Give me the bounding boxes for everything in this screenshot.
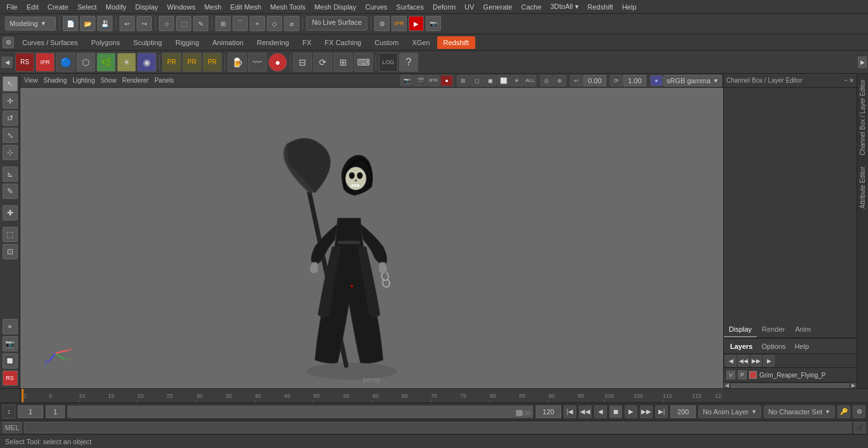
vp-isolate-icon[interactable]: ◎ (540, 75, 553, 86)
vp-renderer-menu[interactable]: Renderer (119, 76, 151, 85)
mel-input[interactable] (24, 422, 851, 433)
shelf-rs-btn7[interactable]: ◉ (137, 53, 156, 72)
shelf-rs-btn1[interactable]: RS (15, 53, 34, 72)
time-ruler[interactable]: // Will be rendered via inline labels be… (20, 389, 723, 403)
gamma-dropdown[interactable]: sRGB gamma ▼ (663, 75, 722, 86)
vp-film-icon[interactable]: 🎬 (414, 75, 426, 86)
vp-all-icon[interactable]: ALL (524, 75, 536, 86)
step-back-btn[interactable]: ◀◀ (579, 405, 592, 418)
anim-settings-btn[interactable]: ⚙ (853, 405, 865, 418)
tab-xgen[interactable]: XGen (405, 36, 436, 49)
menu-modify[interactable]: Modify (102, 2, 130, 12)
ipr-btn[interactable]: IPR (391, 16, 407, 31)
shelf-rs-btn9[interactable]: PR (182, 53, 201, 72)
redo-btn[interactable]: ↪ (137, 16, 152, 31)
tab-layers[interactable]: Layers (726, 341, 756, 351)
menu-help[interactable]: Help (618, 2, 641, 12)
tab-sculpting[interactable]: Sculpting (127, 36, 168, 49)
scroll-thumb[interactable] (731, 383, 850, 388)
menu-select[interactable]: Select (74, 2, 101, 12)
snap-curve-btn[interactable]: ⌒ (233, 16, 248, 31)
shelf-settings-icon[interactable]: ⚙ (3, 37, 14, 48)
tab-rigging[interactable]: Rigging (169, 36, 205, 49)
open-file-btn[interactable]: 📂 (80, 16, 95, 31)
vp-grid-icon[interactable]: ⊞ (457, 75, 470, 86)
lasso-select-left[interactable]: ⊡ (3, 244, 18, 259)
tab-options[interactable]: Options (757, 341, 789, 351)
frame-start-input[interactable] (46, 405, 65, 418)
vp-lighting-menu[interactable]: Lighting (70, 76, 97, 85)
shelf-help-btn[interactable]: ? (399, 53, 418, 72)
soft-select-left[interactable]: ⊾ (3, 166, 18, 182)
mel-label-btn[interactable]: MEL (3, 422, 22, 433)
layer-color-box[interactable] (749, 371, 757, 379)
layer-next-btn[interactable]: ▶ (763, 355, 775, 367)
menu-create[interactable]: Create (44, 2, 72, 12)
scale-tool-left[interactable]: ⤡ (3, 128, 18, 143)
side-tab-attribute-editor[interactable]: Attribute Editor (858, 161, 867, 214)
vp-color-icon[interactable]: ● (650, 75, 663, 86)
tab-rendering[interactable]: Rendering (250, 36, 295, 49)
menu-cache[interactable]: Cache (517, 2, 545, 12)
menu-mesh-tools[interactable]: Mesh Tools (266, 2, 309, 12)
shelf-rs-btn5[interactable]: 🌿 (97, 53, 116, 72)
side-tab-channel-box[interactable]: Channel Box / Layer Editor (858, 74, 867, 161)
layer-prev2-btn[interactable]: ◀◀ (738, 355, 749, 367)
render-settings-btn[interactable]: ⚙ (374, 16, 390, 31)
no-char-set-btn[interactable]: No Character Set ▼ (764, 405, 835, 418)
menu-edit-mesh[interactable]: Edit Mesh (226, 2, 265, 12)
vp-undo-cam[interactable]: ↩ (570, 75, 583, 86)
tab-fx-caching[interactable]: FX Caching (318, 36, 367, 49)
panel-close-btn[interactable]: ✕ (849, 77, 854, 84)
rotate-tool-left[interactable]: ↺ (3, 111, 18, 126)
layer-p-btn[interactable]: P (738, 370, 747, 379)
shelf-rs-btn11[interactable]: 🍺 (227, 53, 247, 72)
menu-deform[interactable]: Deform (429, 2, 459, 12)
camera-value-input[interactable] (583, 75, 606, 86)
shelf-rs-btn16[interactable]: ⊞ (334, 53, 353, 72)
range-start-input[interactable] (536, 405, 561, 418)
vp-texture-icon[interactable]: ⬜ (497, 75, 510, 86)
menu-surfaces[interactable]: Surfaces (393, 2, 428, 12)
select-tool-btn[interactable]: ⊹ (159, 16, 174, 31)
snapshot-btn[interactable]: 📷 (426, 16, 441, 31)
current-frame-input[interactable] (18, 405, 43, 418)
tab-redshift[interactable]: Redshift (437, 36, 475, 49)
shelf-rs-btn12[interactable]: 〰 (248, 53, 267, 72)
vp-xray-icon[interactable]: ⊕ (553, 75, 566, 86)
vp-view-menu[interactable]: View (22, 76, 41, 85)
render-btn[interactable]: ▶ (409, 16, 424, 31)
tab-render[interactable]: Render (757, 323, 790, 337)
tab-animation[interactable]: Animation (206, 36, 250, 49)
magnet-btn[interactable]: ⌀ (284, 16, 299, 31)
mel-expand-btn[interactable]: ⬛ (854, 422, 865, 433)
range-end-input[interactable] (670, 405, 696, 418)
paint-tool-btn[interactable]: ✎ (193, 16, 208, 31)
anim-key-btn[interactable]: 🔑 (837, 405, 850, 418)
anim-slider-thumb[interactable] (516, 410, 522, 416)
vp-show-menu[interactable]: Show (98, 76, 119, 85)
tab-display[interactable]: Display (724, 323, 757, 337)
redshift-logo-left[interactable]: RS (3, 370, 18, 386)
shelf-rs-btn6[interactable]: ☀ (117, 53, 136, 72)
shelf-rs-btn2[interactable]: IPR (36, 53, 55, 72)
marquee-select-left[interactable]: ⬚ (3, 227, 18, 242)
menu-display[interactable]: Display (132, 2, 162, 12)
shelf-rs-btn4[interactable]: ⬡ (76, 53, 95, 72)
anim-slider[interactable]: 120 (67, 405, 533, 418)
shelf-rs-btn10[interactable]: PR (203, 53, 222, 72)
layer-vis-btn[interactable]: V (726, 370, 735, 379)
menu-edit[interactable]: Edit (23, 2, 43, 12)
shelf-rs-btn14[interactable]: ⊟ (293, 53, 312, 72)
snap-grid-btn[interactable]: ⊞ (215, 16, 231, 31)
snap-point-btn[interactable]: + (250, 16, 265, 31)
menu-generate[interactable]: Generate (479, 2, 516, 12)
play-forward-btn[interactable]: ▶ (625, 405, 637, 418)
shelf-rs-btn8[interactable]: PR (162, 53, 181, 72)
vp-shaded-icon[interactable]: ◼ (484, 75, 496, 86)
menu-file[interactable]: File (3, 2, 22, 12)
shelf-rs-btn13[interactable]: ● (268, 53, 287, 72)
workspace-dropdown[interactable]: Modeling ▼ (5, 17, 56, 31)
vp-cam-icon[interactable]: 📷 (400, 75, 413, 86)
scroll-right-btn[interactable]: ▶ (850, 383, 857, 389)
